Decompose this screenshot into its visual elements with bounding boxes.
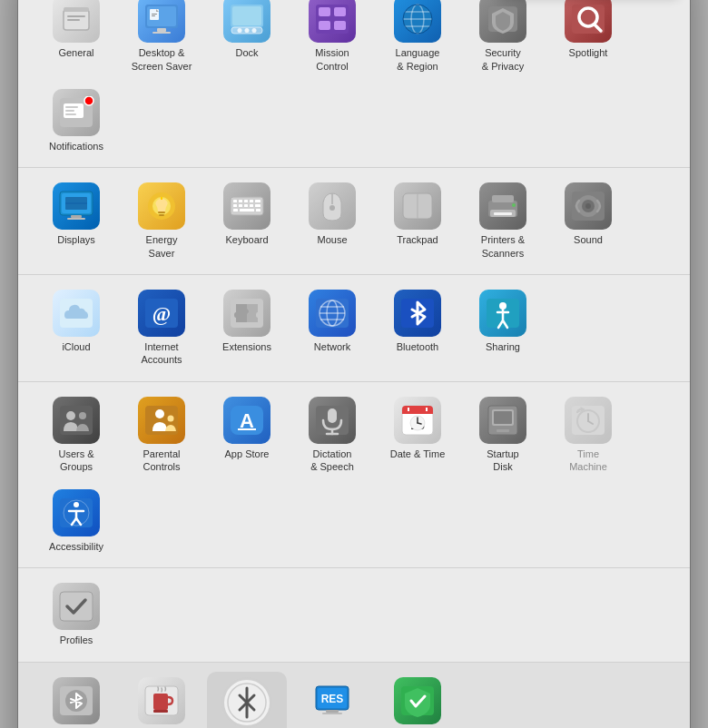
svg-rect-109 <box>328 408 337 423</box>
accessibility-label: Accessibility <box>49 540 103 553</box>
pref-energy[interactable]: EnergySaver <box>122 177 202 265</box>
pref-icloud[interactable]: iCloud <box>36 284 116 372</box>
printers-label: Printers &Scanners <box>481 233 525 260</box>
svg-rect-19 <box>152 14 157 15</box>
datetime-label: Date & Time <box>390 448 446 460</box>
pref-startup[interactable]: StartupDisk <box>463 391 543 479</box>
timemachine-icon <box>565 397 612 444</box>
svg-point-103 <box>155 409 164 418</box>
personal-grid: General <box>36 0 672 158</box>
svg-rect-123 <box>494 411 512 424</box>
dictation-label: Dictation& Speech <box>310 448 354 474</box>
desktop-label: Desktop &Screen Saver <box>132 46 192 73</box>
section-internet: iCloud @ InternetAccounts <box>18 275 690 382</box>
pref-sound[interactable]: Sound <box>548 177 628 265</box>
pref-desktop[interactable]: Desktop &Screen Saver <box>122 0 202 78</box>
svg-rect-28 <box>319 7 330 16</box>
pref-network[interactable]: Network <box>292 284 372 372</box>
pref-users[interactable]: Users &Groups <box>36 391 116 479</box>
pref-displays[interactable]: Displays <box>36 177 116 265</box>
icloud-label: iCloud <box>62 340 90 353</box>
pref-notifications[interactable]: Notifications <box>36 84 116 158</box>
appstore-label: App Store <box>225 448 270 460</box>
pref-security[interactable]: Security& Privacy <box>463 0 543 78</box>
system-grid: Users &Groups ParentalControls <box>36 391 672 559</box>
mission-icon <box>309 0 356 43</box>
pref-spotlight[interactable]: Spotlight <box>548 0 628 78</box>
section-system: Users &Groups ParentalControls <box>18 382 690 569</box>
network-link-conditioner-icon <box>221 677 272 728</box>
accessibility-icon <box>53 489 100 536</box>
section-personal: General <box>18 0 690 168</box>
pref-dock[interactable]: Dock <box>207 0 287 78</box>
pref-extensions[interactable]: Extensions <box>207 284 287 372</box>
svg-rect-72 <box>256 209 261 212</box>
svg-rect-11 <box>67 15 85 17</box>
svg-rect-50 <box>71 215 82 218</box>
svg-point-74 <box>329 205 335 211</box>
svg-rect-62 <box>244 200 248 202</box>
trusteer-icon <box>394 677 441 724</box>
pref-dictation[interactable]: Dictation& Speech <box>292 391 372 479</box>
pref-mission[interactable]: MissionControl <box>292 0 372 78</box>
pref-appstore[interactable]: A App Store <box>207 391 287 479</box>
dock-icon <box>223 0 270 43</box>
pref-internet-accounts[interactable]: @ InternetAccounts <box>122 284 202 372</box>
svg-rect-22 <box>232 6 261 25</box>
pref-accessibility[interactable]: Accessibility <box>36 484 116 558</box>
sharing-label: Sharing <box>486 340 520 353</box>
pref-network-link-conditioner[interactable]: Network LinkConditioner <box>207 672 287 728</box>
pref-profiles[interactable]: Profiles <box>36 577 116 652</box>
svg-rect-57 <box>159 214 164 216</box>
pref-general[interactable]: General <box>36 0 116 78</box>
svg-rect-51 <box>67 218 85 220</box>
pref-keyboard[interactable]: Keyboard <box>207 177 287 265</box>
pref-trusteer[interactable]: TrusteerEndpoint Protection <box>378 672 457 728</box>
pref-trackpad[interactable]: Trackpad <box>378 177 457 265</box>
extensions-label: Extensions <box>222 340 271 353</box>
svg-rect-44 <box>65 106 78 108</box>
pref-google-auth[interactable]: GoogleAuthenticator <box>36 672 116 728</box>
pref-mouse[interactable]: Mouse <box>292 177 372 265</box>
pref-datetime[interactable]: 18 Date & Time <box>378 391 457 479</box>
svg-rect-140 <box>153 694 168 710</box>
profiles-label: Profiles <box>60 634 93 646</box>
pref-switchresx[interactable]: RES SwitchResX <box>292 672 372 728</box>
other-grid: GoogleAuthenticator <box>36 672 672 728</box>
sound-icon <box>565 182 612 230</box>
pref-sharing[interactable]: Sharing <box>463 284 543 372</box>
pref-bluetooth[interactable]: Bluetooth <box>378 284 457 372</box>
system-preferences-window: ‹ › System Preferences 🔍 ✕ <box>18 0 690 728</box>
svg-point-104 <box>168 415 174 421</box>
pref-parental[interactable]: ParentalControls <box>122 391 202 479</box>
svg-point-101 <box>79 412 86 419</box>
svg-rect-66 <box>239 204 242 207</box>
displays-icon <box>53 182 100 230</box>
svg-rect-78 <box>492 195 514 202</box>
svg-rect-12 <box>67 19 80 21</box>
appstore-icon: A <box>223 397 270 444</box>
svg-rect-15 <box>157 28 166 32</box>
startup-label: StartupDisk <box>487 448 518 474</box>
svg-rect-114 <box>402 410 433 414</box>
svg-rect-60 <box>233 200 237 202</box>
svg-rect-70 <box>233 209 238 212</box>
pref-language[interactable]: Language& Region <box>378 0 457 78</box>
timemachine-label: TimeMachine <box>569 448 607 474</box>
switchresx-icon: RES <box>309 677 356 724</box>
parental-icon <box>138 397 185 444</box>
svg-rect-45 <box>65 110 74 112</box>
parental-label: ParentalControls <box>143 448 181 474</box>
trackpad-icon <box>394 182 441 230</box>
pref-java[interactable]: Java <box>122 672 202 728</box>
pref-timemachine[interactable]: TimeMachine <box>548 391 628 479</box>
section-other: GoogleAuthenticator <box>18 663 690 728</box>
svg-rect-56 <box>158 212 165 213</box>
svg-rect-80 <box>494 212 512 215</box>
notifications-icon <box>53 89 100 136</box>
profiles-grid: Profiles <box>36 577 672 652</box>
bluetooth-label: Bluetooth <box>397 340 438 353</box>
pref-printers[interactable]: Printers &Scanners <box>463 177 543 265</box>
users-icon <box>53 397 100 444</box>
section-hardware: Displays EnergySav <box>18 168 690 275</box>
